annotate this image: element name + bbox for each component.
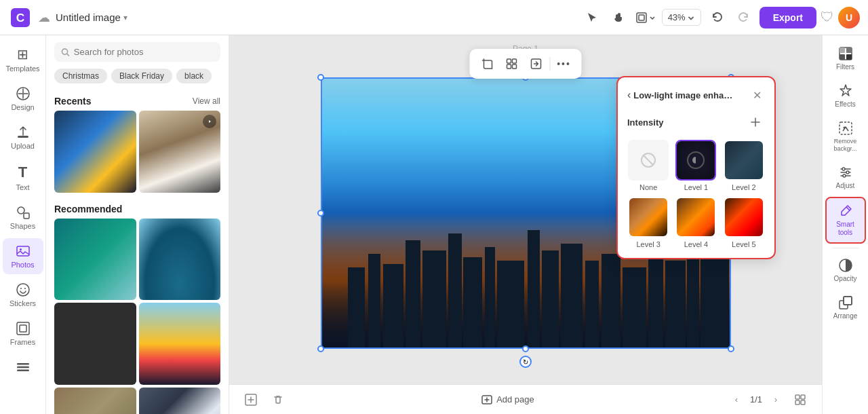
crop-button[interactable] — [477, 53, 498, 75]
sidebar-item-design[interactable]: Design — [3, 81, 43, 117]
export-button[interactable]: Export — [760, 7, 816, 29]
svg-rect-20 — [513, 59, 517, 63]
tag-christmas[interactable]: Christmas — [54, 69, 107, 83]
right-tool-remove-bg[interactable]: Remove backgr... — [825, 115, 866, 158]
photo-item[interactable] — [139, 303, 221, 385]
svg-rect-32 — [497, 261, 524, 349]
right-tool-effects[interactable]: Effects — [825, 78, 866, 114]
page-prev-button[interactable]: ‹ — [727, 390, 746, 409]
level-none-thumb — [628, 140, 669, 181]
add-page-button[interactable]: Add page — [476, 392, 540, 408]
level-3[interactable]: Level 3 — [627, 197, 669, 248]
handle-br[interactable] — [728, 345, 734, 352]
search-bar[interactable] — [54, 42, 220, 62]
view-all-link[interactable]: View all — [193, 96, 220, 106]
svg-rect-2 — [637, 13, 646, 22]
handle-bm[interactable] — [522, 345, 529, 352]
sidebar-item-text[interactable]: T Text — [3, 158, 43, 197]
svg-rect-28 — [422, 250, 446, 349]
svg-rect-15 — [17, 363, 29, 365]
tag-bar: Christmas Black Friday black — [46, 69, 229, 90]
right-tool-smart-tools[interactable]: Smart tools — [825, 197, 866, 244]
svg-point-57 — [843, 127, 845, 129]
sidebar-item-templates[interactable]: ⊞ Templates — [3, 41, 43, 78]
level-1[interactable]: Level 1 — [675, 140, 717, 191]
document-title[interactable]: Untitled image ▾ — [56, 12, 127, 23]
svg-rect-56 — [840, 122, 852, 134]
rotate-handle[interactable]: ↻ — [519, 356, 532, 368]
sidebar-item-frames[interactable]: Frames — [3, 316, 43, 352]
right-tool-adjust[interactable]: Adjust — [825, 159, 866, 195]
level-none[interactable]: None — [627, 140, 669, 191]
level-4[interactable]: Level 4 — [675, 197, 717, 248]
filters-icon — [838, 46, 853, 61]
svg-rect-25 — [368, 254, 380, 349]
canva-logo[interactable]: C — [8, 5, 33, 30]
avatar[interactable]: U — [838, 7, 860, 29]
handle-bl[interactable] — [317, 345, 324, 352]
effects-close-button[interactable]: ✕ — [749, 87, 765, 103]
search-input[interactable] — [74, 47, 214, 57]
back-icon: ‹ — [627, 89, 631, 101]
page-settings-button[interactable] — [240, 389, 262, 411]
level-1-thumb — [675, 140, 716, 181]
sidebar-item-stickers[interactable]: Stickers — [3, 277, 43, 313]
arrange-icon — [838, 295, 853, 310]
handle-lm[interactable] — [317, 210, 324, 217]
intensity-adjust-button[interactable] — [746, 113, 765, 132]
right-tool-opacity[interactable]: Opacity — [825, 252, 866, 288]
photo-item[interactable] — [139, 111, 221, 193]
more-options-button[interactable]: ••• — [553, 53, 575, 75]
svg-rect-35 — [561, 244, 583, 349]
photo-item[interactable] — [139, 219, 221, 301]
right-tool-filters[interactable]: Filters — [825, 41, 866, 77]
tag-black-friday[interactable]: Black Friday — [111, 69, 172, 83]
hand-tool-button[interactable] — [608, 6, 631, 29]
level-2-thumb — [724, 140, 764, 181]
photo-item[interactable] — [139, 388, 221, 415]
grid-view-button[interactable] — [789, 389, 811, 411]
photo-item[interactable] — [54, 388, 136, 415]
more-icon — [16, 360, 31, 375]
level-2[interactable]: Level 2 — [723, 140, 765, 191]
shield-icon: 🛡 — [821, 10, 834, 25]
grid-button[interactable] — [501, 53, 523, 75]
svg-rect-53 — [846, 48, 852, 53]
zoom-control[interactable]: 43% — [662, 9, 701, 26]
photo-item[interactable] — [54, 219, 136, 301]
svg-rect-24 — [348, 267, 365, 349]
level-5-thumb — [724, 197, 764, 238]
svg-rect-33 — [528, 230, 540, 349]
replace-button[interactable] — [526, 53, 547, 75]
photo-item[interactable] — [54, 111, 136, 193]
adjust-icon — [838, 165, 853, 180]
level-grid: None Level 1 — [627, 140, 765, 248]
handle-tl[interactable] — [317, 74, 324, 81]
right-tool-arrange[interactable]: Arrange — [825, 290, 866, 326]
undo-button[interactable] — [705, 6, 728, 29]
level-3-thumb — [628, 197, 669, 238]
frame-tool-button[interactable] — [635, 6, 658, 29]
intensity-label: Intensity — [627, 117, 663, 128]
photo-item[interactable] — [54, 303, 136, 385]
svg-rect-48 — [801, 400, 805, 404]
text-icon: T — [18, 164, 27, 181]
sidebar-item-upload[interactable]: Upload — [3, 119, 43, 155]
sidebar-item-shapes[interactable]: Shapes — [3, 200, 43, 236]
sidebar-item-more[interactable] — [3, 354, 43, 380]
svg-rect-27 — [406, 240, 420, 349]
svg-rect-17 — [17, 370, 29, 372]
redo-button[interactable] — [732, 6, 755, 29]
sidebar-item-photos[interactable]: Photos — [3, 238, 43, 274]
effects-back-button[interactable]: ‹ Low-light image enhan... — [627, 89, 735, 101]
tag-black[interactable]: black — [176, 69, 212, 83]
svg-rect-45 — [795, 395, 800, 399]
svg-rect-54 — [840, 54, 845, 60]
select-tool-button[interactable] — [580, 6, 604, 29]
svg-rect-34 — [542, 250, 559, 349]
page-next-button[interactable]: › — [766, 390, 785, 409]
level-5[interactable]: Level 5 — [723, 197, 765, 248]
delete-page-button[interactable] — [267, 389, 289, 411]
title-caret-icon: ▾ — [123, 13, 127, 22]
recommended-grid — [46, 219, 229, 415]
